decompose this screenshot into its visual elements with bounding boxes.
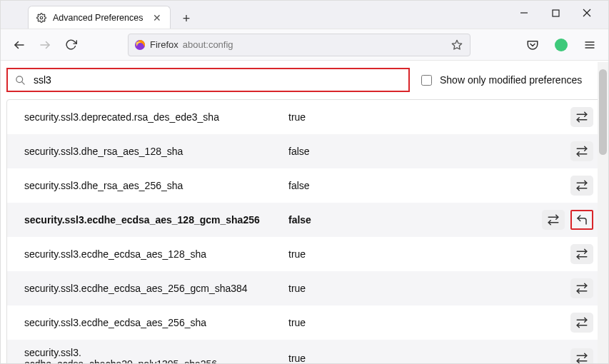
vertical-scrollbar[interactable] [598, 62, 608, 363]
window-controls [508, 0, 603, 29]
close-window-button[interactable] [571, 3, 603, 23]
back-button[interactable] [8, 34, 31, 56]
forward-button[interactable] [34, 34, 56, 56]
tab-title: Advanced Preferences [53, 13, 151, 23]
url-identity-label: Firefox [150, 39, 178, 50]
pref-actions [570, 107, 593, 127]
table-row: security.ssl3.ecdhe_ecdsa_aes_128_shatru… [7, 237, 602, 271]
bookmark-star-icon[interactable] [450, 38, 464, 52]
toggle-button[interactable] [570, 107, 593, 127]
table-row: security.ssl3.deprecated.rsa_des_ede3_sh… [7, 100, 602, 134]
preference-search-box[interactable] [6, 68, 410, 92]
page-content: Show only modified preferences security.… [1, 62, 608, 363]
pref-name: security.ssl3.ecdhe_ecdsa_aes_128_gcm_sh… [24, 214, 288, 226]
reset-button[interactable] [570, 210, 593, 230]
url-bar[interactable]: Firefox about:config [128, 34, 470, 56]
show-only-modified-label: Show only modified preferences [440, 74, 582, 86]
pref-actions [570, 348, 593, 363]
table-row: security.ssl3. ecdhe_ecdsa_chacha20_poly… [7, 340, 602, 363]
pref-actions [570, 278, 593, 298]
scrollbar-thumb[interactable] [599, 69, 607, 155]
pref-value: false [288, 214, 542, 226]
search-icon [14, 74, 26, 86]
pref-actions [570, 176, 593, 196]
pref-value: true [288, 283, 570, 294]
table-row: security.ssl3.dhe_rsa_aes_256_shafalse [7, 168, 602, 203]
browser-toolbar: Firefox about:config [1, 29, 608, 61]
pocket-icon[interactable] [521, 34, 544, 56]
firefox-logo-icon [134, 39, 146, 51]
preference-search-input[interactable] [32, 74, 403, 86]
maximize-button[interactable] [540, 3, 571, 23]
svg-line-13 [21, 81, 24, 84]
toggle-button[interactable] [570, 313, 593, 333]
svg-point-0 [40, 16, 43, 19]
pref-name: security.ssl3. ecdhe_ecdsa_chacha20_poly… [24, 347, 288, 363]
pref-value: true [288, 111, 570, 123]
svg-rect-2 [553, 10, 559, 16]
pref-value: true [288, 317, 570, 328]
table-row: security.ssl3.dhe_rsa_aes_128_shafalse [7, 134, 602, 168]
extension-icon[interactable] [550, 34, 573, 56]
show-only-modified-checkbox[interactable] [421, 75, 432, 86]
toggle-button[interactable] [570, 141, 593, 161]
preferences-table: security.ssl3.deprecated.rsa_des_ede3_sh… [6, 99, 603, 363]
toggle-button[interactable] [570, 244, 593, 264]
table-row: security.ssl3.ecdhe_ecdsa_aes_256_gcm_sh… [7, 271, 602, 305]
svg-marker-8 [452, 40, 461, 49]
pref-actions [570, 313, 593, 333]
pref-actions [570, 141, 593, 161]
pref-name: security.ssl3.dhe_rsa_aes_256_sha [24, 180, 288, 191]
toggle-button[interactable] [542, 210, 565, 230]
new-tab-button[interactable]: + [176, 9, 196, 29]
pref-actions [570, 244, 593, 264]
search-row: Show only modified preferences [6, 68, 603, 92]
pref-name: security.ssl3.ecdhe_ecdsa_aes_256_gcm_sh… [24, 283, 288, 294]
app-menu-button[interactable] [578, 34, 601, 56]
table-row: security.ssl3.ecdhe_ecdsa_aes_128_gcm_sh… [7, 203, 602, 237]
toolbar-right-icons [521, 34, 601, 56]
toggle-button[interactable] [570, 278, 593, 298]
url-path: about:config [183, 39, 233, 50]
pref-name: security.ssl3.ecdhe_ecdsa_aes_256_sha [24, 317, 288, 328]
pref-value: false [288, 180, 570, 191]
close-tab-icon[interactable]: ✕ [151, 12, 163, 24]
browser-tab[interactable]: Advanced Preferences ✕ [28, 6, 171, 29]
pref-value: true [288, 248, 570, 260]
toggle-button[interactable] [570, 348, 593, 363]
pref-name: security.ssl3.deprecated.rsa_des_ede3_sh… [24, 111, 288, 123]
pref-actions [542, 210, 593, 230]
minimize-button[interactable] [508, 3, 540, 23]
show-only-modified-toggle[interactable]: Show only modified preferences [418, 73, 582, 88]
window-titlebar: Advanced Preferences ✕ + [1, 1, 608, 29]
reload-button[interactable] [59, 34, 82, 56]
toggle-button[interactable] [570, 176, 593, 196]
table-row: security.ssl3.ecdhe_ecdsa_aes_256_shatru… [7, 305, 602, 340]
pref-name: security.ssl3.ecdhe_ecdsa_aes_128_sha [24, 248, 288, 260]
pref-value: true [288, 353, 570, 363]
pref-name: security.ssl3.dhe_rsa_aes_128_sha [24, 146, 288, 157]
gear-icon [36, 12, 47, 24]
pref-value: false [288, 146, 570, 157]
